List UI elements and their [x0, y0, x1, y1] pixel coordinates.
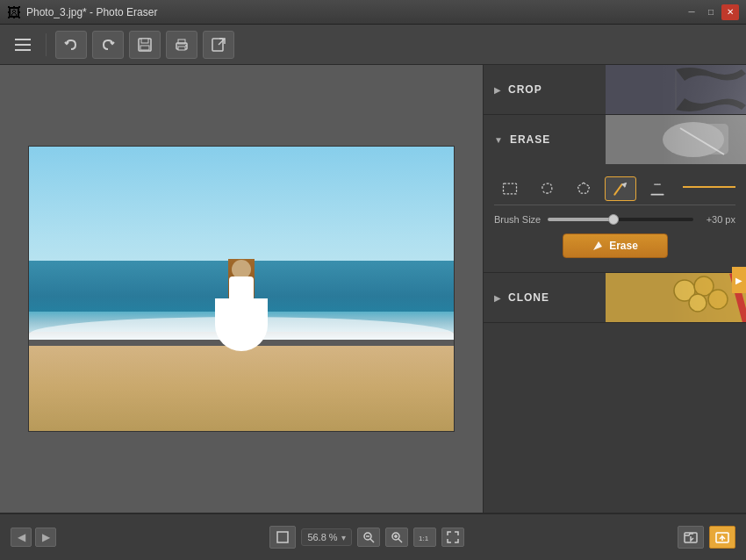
nav-next-button[interactable]: ▶: [35, 528, 56, 547]
status-right-buttons: [678, 526, 735, 549]
brush-slider-fill: [548, 218, 613, 221]
status-bar: ◀ ▶ 56.8 % ▾: [0, 513, 746, 560]
brush-size-indicator: [683, 186, 735, 188]
brush-size-value: +30 px: [700, 214, 735, 225]
close-button[interactable]: ✕: [721, 4, 739, 20]
crop-title: CROP: [508, 83, 542, 96]
photo-container: [28, 146, 455, 432]
fit-window-button[interactable]: [269, 526, 296, 549]
clone-title: CLONE: [508, 291, 549, 304]
zoom-controls: 56.8 % ▾ 1:1: [269, 526, 463, 549]
svg-point-6: [185, 45, 187, 47]
crop-arrow: ▶: [494, 85, 501, 95]
maximize-button[interactable]: □: [702, 4, 720, 20]
nav-prev-button[interactable]: ◀: [11, 528, 32, 547]
svg-point-22: [708, 290, 728, 309]
window-title: Photo_3.jpg* - Photo Eraser: [26, 6, 157, 18]
undo-button[interactable]: [55, 31, 87, 59]
crop-thumbnail: [606, 65, 746, 114]
clone-thumbnail: [606, 273, 746, 322]
crop-section: ▶ CROP: [484, 65, 746, 115]
svg-rect-5: [178, 47, 185, 50]
zoom-in-button[interactable]: [385, 528, 408, 547]
svg-rect-1: [141, 39, 148, 43]
svg-point-21: [689, 294, 707, 312]
clone-thumb-bg: [606, 273, 746, 322]
export-button[interactable]: [203, 31, 234, 59]
menu-icon-line: [15, 39, 31, 40]
brush-size-slider[interactable]: [548, 218, 693, 221]
brush-indicator-container: [678, 186, 735, 191]
menu-button[interactable]: [9, 31, 37, 59]
lasso-select-tool[interactable]: [531, 176, 563, 201]
crop-header[interactable]: ▶ CROP: [484, 65, 746, 114]
export-quick-button[interactable]: [709, 526, 735, 549]
erase-thumbnail: [606, 115, 746, 164]
svg-rect-26: [279, 534, 286, 541]
erase-button[interactable]: Erase: [563, 233, 668, 258]
minimize-button[interactable]: ─: [683, 4, 700, 20]
svg-rect-2: [140, 46, 149, 50]
brush-size-label: Brush Size: [494, 214, 541, 225]
menu-icon-line: [15, 44, 31, 46]
toolbar: [0, 25, 746, 65]
save-button[interactable]: [129, 31, 161, 59]
brush-tool[interactable]: [605, 176, 636, 201]
rect-select-tool[interactable]: [494, 176, 526, 201]
girl-figure: [206, 237, 276, 351]
eraser-tool[interactable]: [642, 176, 673, 201]
svg-line-31: [398, 539, 402, 542]
canvas-area[interactable]: [0, 65, 483, 513]
polygon-select-tool[interactable]: [568, 176, 599, 201]
photo-canvas: [29, 147, 454, 431]
zoom-actual-button[interactable]: 1:1: [413, 528, 436, 547]
erase-title: ERASE: [510, 133, 550, 146]
svg-rect-12: [676, 124, 728, 154]
sand-layer: [29, 346, 454, 431]
nav-arrows: ◀ ▶: [11, 528, 56, 547]
title-bar: 🖼 Photo_3.jpg* - Photo Eraser ─ □ ✕: [0, 0, 746, 25]
clone-section: ▶ CLONE: [484, 273, 746, 323]
brush-size-row: Brush Size +30 px: [494, 214, 735, 225]
redo-button[interactable]: [92, 31, 124, 59]
zoom-out-button[interactable]: [357, 528, 380, 547]
erase-arrow: ▼: [494, 135, 503, 145]
svg-text:1:1: 1:1: [419, 535, 429, 542]
main-layout: ▶ CROP: [0, 65, 746, 513]
menu-icon-line: [15, 49, 31, 51]
zoom-display[interactable]: 56.8 % ▾: [301, 528, 351, 546]
zoom-dropdown-arrow: ▾: [341, 533, 346, 542]
open-button[interactable]: [678, 526, 704, 549]
zoom-fit-button[interactable]: [441, 528, 464, 547]
right-panel: ▶ CROP: [483, 65, 746, 513]
erase-btn-container: Erase: [494, 233, 735, 263]
svg-line-28: [370, 539, 374, 542]
svg-rect-14: [504, 183, 517, 194]
panel-expand-arrow[interactable]: ▶: [732, 267, 746, 293]
svg-rect-7: [212, 39, 223, 51]
zoom-value: 56.8 %: [307, 532, 337, 542]
tool-icons-row: [494, 173, 735, 205]
toolbar-separator: [46, 33, 47, 56]
erase-header[interactable]: ▼ ERASE: [484, 115, 746, 164]
clone-header[interactable]: ▶ CLONE: [484, 273, 746, 322]
print-button[interactable]: [166, 31, 197, 59]
clone-arrow: ▶: [494, 293, 501, 303]
app-icon: 🖼: [7, 5, 21, 19]
erase-content: Brush Size +30 px Erase: [484, 164, 746, 272]
brush-slider-thumb[interactable]: [608, 214, 619, 225]
erase-button-label: Erase: [609, 240, 638, 252]
svg-marker-15: [577, 183, 589, 193]
title-bar-controls: ─ □ ✕: [683, 4, 739, 20]
svg-line-8: [219, 39, 225, 45]
girl-dress: [215, 298, 268, 351]
title-bar-left: 🖼 Photo_3.jpg* - Photo Eraser: [7, 5, 157, 19]
crop-thumb-bg: [606, 65, 746, 114]
erase-thumb-bg: [606, 115, 746, 164]
erase-section: ▼ ERASE: [484, 115, 746, 273]
